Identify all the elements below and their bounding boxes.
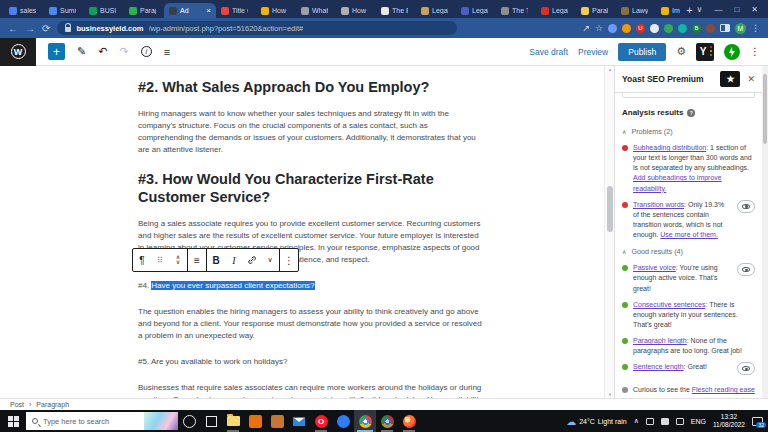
browser-tab[interactable]: Impo (656, 3, 680, 18)
task-view-button[interactable] (200, 410, 222, 432)
breadcrumb-current[interactable]: Paragraph (36, 401, 69, 408)
bookmark-star-icon[interactable]: ☆ (595, 23, 603, 33)
scroll-down-icon[interactable]: ▼ (605, 392, 615, 397)
sidebar-close-icon[interactable]: ✕ (747, 74, 755, 84)
url-bar[interactable]: businessyield.com /wp-admin/post.php?pos… (57, 21, 457, 35)
bold-button[interactable]: B (207, 249, 225, 271)
scrollbar-thumb[interactable] (607, 186, 613, 232)
analysis-action-link[interactable]: Use more of them. (660, 231, 718, 238)
edit-tool-icon[interactable]: ✎ (77, 45, 86, 58)
selected-text[interactable]: Have you ever surpassed client expectati… (151, 281, 314, 290)
extension-icon[interactable] (678, 24, 687, 33)
browser-tab[interactable]: How t (336, 3, 376, 18)
problems-section-toggle[interactable]: ∧ Problems (2) (615, 123, 762, 140)
start-button[interactable] (0, 410, 26, 432)
browser-tab[interactable]: BUSIN (84, 3, 124, 18)
new-tab-button[interactable]: + (686, 4, 692, 16)
browser-tab[interactable]: Title C (216, 3, 256, 18)
jetpack-icon[interactable] (724, 44, 740, 60)
details-icon[interactable]: i (141, 46, 152, 57)
scroll-up-icon[interactable]: ▲ (605, 67, 615, 72)
question-5-line[interactable]: #5. Are you available to work on holiday… (138, 356, 484, 368)
post-content-area[interactable]: #2. What Sales Approach Do You Employ? H… (0, 66, 604, 398)
block-type-icon[interactable]: ¶ (133, 249, 151, 271)
extension-icon[interactable]: U (636, 24, 645, 33)
minimize-icon[interactable]: — (714, 5, 722, 14)
content-scrollbar[interactable]: ▲ ▼ (604, 66, 614, 398)
page-scrollbar-thumb[interactable] (763, 74, 767, 144)
browser-tab[interactable]: sales a (4, 3, 44, 18)
wordpress-logo[interactable]: W (0, 38, 36, 66)
preview-button[interactable]: Preview (578, 47, 608, 57)
star-button[interactable]: ★ (720, 71, 740, 87)
tab-search-icon[interactable]: ∨ (697, 5, 703, 14)
analysis-action-link[interactable]: Add subheadings to improve readability. (633, 174, 722, 191)
paragraph[interactable]: The question enables the hiring managers… (138, 306, 484, 342)
maximize-icon[interactable]: □ (734, 5, 739, 14)
drag-handle-icon[interactable]: ⠿ (151, 249, 169, 271)
extension-icon[interactable] (706, 24, 715, 33)
italic-button[interactable]: I (225, 249, 243, 271)
analysis-link[interactable]: Sentence length (633, 363, 684, 370)
folder-tray-icon[interactable] (676, 418, 684, 425)
clock[interactable]: 13:32 11/08/2022 (713, 413, 745, 429)
heading-customer-service[interactable]: #3. How Would You Characterize First-Rat… (138, 170, 484, 206)
back-icon[interactable]: ← (8, 23, 18, 34)
extension-icon[interactable] (664, 24, 673, 33)
page-scrollbar[interactable] (762, 66, 768, 398)
network-tray-icon[interactable] (661, 418, 669, 425)
display-tray-icon[interactable] (646, 418, 654, 425)
publish-button[interactable]: Publish (618, 43, 666, 61)
highlight-eye-button[interactable] (737, 200, 755, 213)
settings-gear-icon[interactable]: ⚙ (676, 45, 686, 58)
browser-tab[interactable]: Summ (44, 3, 84, 18)
browser-tab[interactable]: Legal (456, 3, 496, 18)
breadcrumb-root[interactable]: Post (10, 401, 24, 408)
opera-button[interactable]: O (310, 410, 332, 432)
browser-tab[interactable]: What (296, 3, 336, 18)
language-indicator[interactable]: ENG (691, 418, 706, 425)
paragraph[interactable]: Businesses that require sales associates… (138, 382, 484, 398)
taskbar-search[interactable]: Type here to search (26, 412, 178, 430)
chrome-profile2-button[interactable] (376, 410, 398, 432)
browser-tab[interactable]: Parap (124, 3, 164, 18)
block-inserter-button[interactable]: + (48, 43, 65, 60)
help-icon[interactable]: ? (687, 109, 695, 117)
paragraph[interactable]: Hiring managers want to know whether you… (138, 108, 484, 156)
weather-widget[interactable]: ☁ 24°C Light rain (566, 416, 626, 427)
browser-menu-icon[interactable]: ⋮ (751, 23, 760, 33)
analysis-link[interactable]: Paragraph length (633, 337, 687, 344)
file-explorer-button[interactable] (222, 410, 244, 432)
edge-button[interactable] (332, 410, 354, 432)
question-4-line[interactable]: #4. Have you ever surpassed client expec… (138, 280, 484, 292)
tab-close-icon[interactable]: × (206, 6, 211, 15)
redo-icon[interactable]: ↷ (119, 45, 128, 58)
split-screen-icon[interactable] (720, 24, 730, 32)
flesch-link[interactable]: Flesch reading ease (692, 386, 755, 393)
firefox-button[interactable] (398, 410, 420, 432)
forward-icon[interactable]: → (25, 23, 35, 34)
link-button[interactable] (243, 249, 261, 271)
browser-tab[interactable]: Lawy (616, 3, 656, 18)
extension-icon[interactable] (608, 24, 617, 33)
block-options-icon[interactable]: ⋮ (280, 249, 298, 271)
block-mover[interactable]: ∧∨ (169, 249, 187, 271)
search-highlight-image[interactable] (144, 412, 178, 430)
browser-tab[interactable]: Paral (576, 3, 616, 18)
browser-tab[interactable]: Legal (416, 3, 456, 18)
align-icon[interactable]: ≡ (188, 249, 206, 271)
notification-center-icon[interactable]: 32 (752, 417, 763, 426)
extension-icon[interactable] (622, 24, 631, 33)
tray-expand-icon[interactable]: ∧ (634, 417, 639, 425)
close-icon[interactable]: ✕ (751, 5, 758, 14)
undo-icon[interactable]: ↶ (98, 45, 107, 58)
extension-icon[interactable] (650, 24, 659, 33)
mail-button[interactable] (288, 410, 310, 432)
store-button[interactable] (266, 410, 288, 432)
browser-tab[interactable]: Ad × (164, 3, 216, 18)
move-down-icon[interactable]: ∨ (176, 260, 180, 265)
editor-options-icon[interactable]: ⋮ (750, 46, 760, 57)
analysis-link[interactable]: Consecutive sentences (633, 301, 705, 308)
chrome-button[interactable] (354, 410, 376, 432)
profile-avatar[interactable]: M (735, 23, 746, 34)
